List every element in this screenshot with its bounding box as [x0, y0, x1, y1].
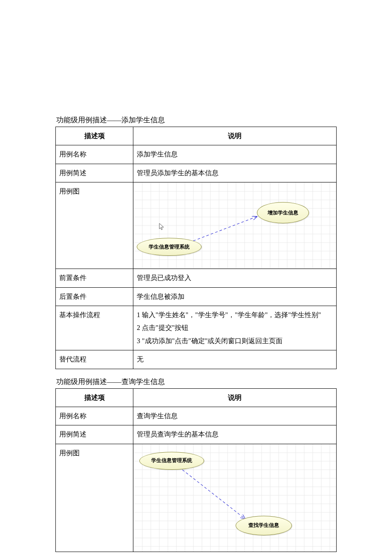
cell-post-value: 学生信息被添加 — [133, 287, 337, 306]
cell-diagram: 学生信息管理系统 查找学生信息 — [133, 444, 337, 552]
svg-line-1 — [182, 470, 245, 519]
table-header-row: 描述项 说明 — [56, 127, 337, 145]
cell-flow-label: 基本操作流程 — [56, 306, 133, 350]
table-row: 用例名称 查询学生信息 — [56, 407, 337, 425]
uml-node-add-student: 增加学生信息 — [257, 202, 309, 223]
header-explain: 说明 — [133, 127, 337, 145]
use-case-table-1: 描述项 说明 用例名称 添加学生信息 用例简述 管理员添加学生的基本信息 用例图 — [55, 127, 337, 369]
svg-line-0 — [184, 217, 257, 244]
uml-node-label: 学生信息管理系统 — [149, 242, 190, 252]
cell-pre-label: 前置条件 — [56, 269, 133, 287]
cell-name-value: 添加学生信息 — [133, 145, 337, 164]
table-row: 替代流程 无 — [56, 350, 337, 369]
cell-flow-value: 1 输入"学生姓名"，"学生学号"，"学生年龄"，选择"学生性别" 2 点击"提… — [133, 306, 337, 350]
flow-line: 2 点击"提交"按钮 — [137, 321, 333, 334]
table-header-row: 描述项 说明 — [56, 388, 337, 407]
cell-name-label: 用例名称 — [56, 145, 133, 164]
header-explain: 说明 — [133, 388, 337, 407]
header-desc-item: 描述项 — [56, 388, 133, 407]
section-title-2: 功能级用例描述——查询学生信息 — [56, 377, 337, 387]
use-case-table-2: 描述项 说明 用例名称 查询学生信息 用例简述 管理员查询学生的基本信息 用例图 — [55, 388, 337, 552]
cell-post-label: 后置条件 — [56, 287, 133, 306]
table-row: 用例简述 管理员查询学生的基本信息 — [56, 425, 337, 444]
uml-node-label: 查找学生信息 — [248, 520, 279, 530]
cell-brief-value: 管理员查询学生的基本信息 — [133, 425, 337, 444]
uml-node-query-student: 查找学生信息 — [236, 516, 292, 535]
cell-name-label: 用例名称 — [56, 407, 133, 425]
cell-alt-value: 无 — [133, 350, 337, 369]
cell-brief-label: 用例简述 — [56, 164, 133, 182]
uml-node-label: 学生信息管理系统 — [151, 456, 192, 465]
table-row: 用例名称 添加学生信息 — [56, 145, 337, 164]
cell-alt-label: 替代流程 — [56, 350, 133, 369]
cursor-icon — [159, 223, 165, 231]
cell-brief-label: 用例简述 — [56, 425, 133, 444]
table-row: 前置条件 管理员已成功登入 — [56, 269, 337, 287]
flow-line: 3 "成功添加"点击"确定"或关闭窗口则返回主页面 — [137, 335, 333, 347]
uml-node-system: 学生信息管理系统 — [137, 238, 202, 256]
table-row: 用例图 学生信息管理系统 查找学生信息 — [56, 444, 337, 552]
section-title-1: 功能级用例描述——添加学生信息 — [56, 115, 337, 125]
cell-diagram: 增加学生信息 学生信息管理系统 — [133, 182, 337, 269]
cell-brief-value: 管理员添加学生的基本信息 — [133, 164, 337, 182]
table-row: 后置条件 学生信息被添加 — [56, 287, 337, 306]
cell-diagram-label: 用例图 — [56, 444, 133, 552]
table-row: 用例图 增加学生信息 学生信息管理系统 — [56, 182, 337, 269]
header-desc-item: 描述项 — [56, 127, 133, 145]
document-page: 功能级用例描述——添加学生信息 描述项 说明 用例名称 添加学生信息 用例简述 … — [0, 0, 392, 555]
uml-node-label: 增加学生信息 — [268, 208, 298, 218]
uml-node-system: 学生信息管理系统 — [139, 452, 204, 470]
table-row: 基本操作流程 1 输入"学生姓名"，"学生学号"，"学生年龄"，选择"学生性别"… — [56, 306, 337, 350]
cell-name-value: 查询学生信息 — [133, 407, 337, 425]
cell-diagram-label: 用例图 — [56, 182, 133, 269]
table-row: 用例简述 管理员添加学生的基本信息 — [56, 164, 337, 182]
flow-line: 1 输入"学生姓名"，"学生学号"，"学生年龄"，选择"学生性别" — [137, 309, 333, 321]
cell-pre-value: 管理员已成功登入 — [133, 269, 337, 287]
